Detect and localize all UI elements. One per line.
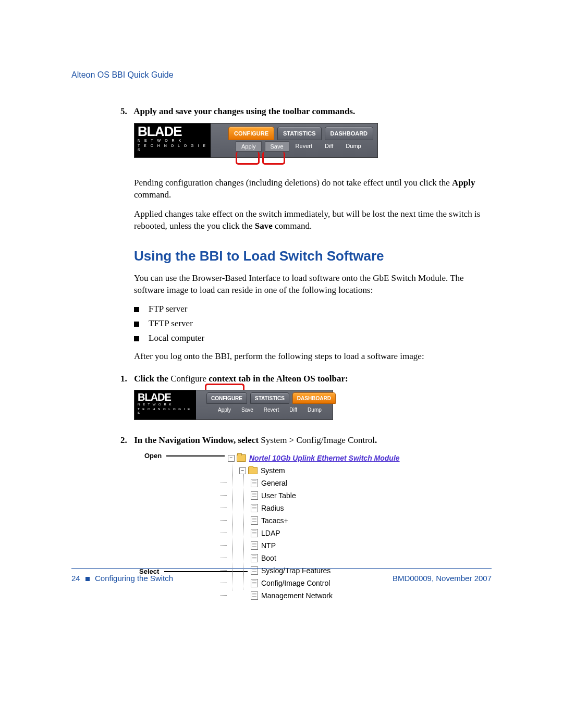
page-icon <box>251 529 258 537</box>
tree-system-label: System <box>261 466 285 475</box>
callout-open-line <box>166 455 225 456</box>
apply-button[interactable]: Apply <box>213 406 236 414</box>
step-5-heading: 5. Apply and save your changes using the… <box>134 106 492 118</box>
step-5-text: Apply and save your changes using the to… <box>133 106 355 116</box>
blade-logo-line3: T E C H N O L O G I E S <box>138 408 193 414</box>
blade-logo: BLADE N E T W O R K T E C H N O L O G I … <box>134 124 211 157</box>
callout-open-label: Open <box>144 452 162 460</box>
paragraph-intro: You can use the Browser-Based Interface … <box>134 273 492 297</box>
tree-item-user-table[interactable]: User Table <box>228 489 400 502</box>
alteon-toolbar-figure-2: BLADE N E T W O R K T E C H N O L O G I … <box>134 390 333 420</box>
tree-item-tacacs[interactable]: Tacacs+ <box>228 514 400 527</box>
list-item-ftp: FTP server <box>134 304 492 314</box>
footer-left: 24 Configuring the Switch <box>71 574 173 583</box>
tree-item-radius[interactable]: Radius <box>228 502 400 514</box>
paragraph-steps-intro: After you log onto the BBI, perform the … <box>134 351 492 363</box>
bullet-icon <box>134 322 139 327</box>
page-icon <box>251 491 258 500</box>
list-item-tftp: TFTP server <box>134 318 492 329</box>
step-2-number: 2. <box>120 435 132 447</box>
running-head: Alteon OS BBI Quick Guide <box>71 70 492 80</box>
page-icon <box>251 479 258 487</box>
blade-logo: BLADE N E T W O R K T E C H N O L O G I … <box>134 390 196 419</box>
step-2-heading: 2. In the Navigation Window, select Syst… <box>134 435 492 447</box>
list-item-local: Local computer <box>134 333 492 343</box>
diff-button[interactable]: Diff <box>284 406 302 414</box>
page-icon <box>251 554 258 562</box>
tab-statistics[interactable]: STATISTICS <box>277 127 322 140</box>
folder-icon <box>237 454 246 462</box>
tree-root[interactable]: − Nortel 10Gb Uplink Ethernet Switch Mod… <box>228 452 400 464</box>
paragraph-apply-note: Pending configuration changes (including… <box>134 177 492 201</box>
blade-logo-line2: N E T W O R K <box>138 403 193 406</box>
tree-item-ntp[interactable]: NTP <box>228 539 400 552</box>
collapse-icon[interactable]: − <box>239 467 246 474</box>
diff-button[interactable]: Diff <box>319 141 339 152</box>
page-icon <box>251 504 258 512</box>
blade-logo-line1: BLADE <box>138 126 207 138</box>
revert-button[interactable]: Revert <box>259 406 284 414</box>
step-1-number: 1. <box>120 373 132 385</box>
step-1-heading: 1. Click the Configure context tab in th… <box>134 373 492 385</box>
revert-button[interactable]: Revert <box>289 141 319 152</box>
tree-item-mgmt-network[interactable]: Management Network <box>228 589 400 602</box>
page-icon <box>251 541 258 550</box>
step-5-number: 5. <box>120 106 132 118</box>
dump-button[interactable]: Dump <box>339 141 367 152</box>
dump-button[interactable]: Dump <box>302 406 327 414</box>
blade-logo-line1: BLADE <box>138 392 193 402</box>
paragraph-save-note: Applied changes take effect on the switc… <box>134 208 492 232</box>
page-footer: 24 Configuring the Switch BMD00009, Nove… <box>71 568 492 583</box>
tab-dashboard[interactable]: DASHBOARD <box>325 127 374 140</box>
callout-save-highlight <box>262 152 285 165</box>
tab-configure[interactable]: CONFIGURE <box>228 127 274 140</box>
tree-item-ldap[interactable]: LDAP <box>228 527 400 539</box>
tab-statistics[interactable]: STATISTICS <box>250 392 289 404</box>
heading-load-switch-software: Using the BBI to Load Switch Software <box>134 248 492 264</box>
tab-configure[interactable]: CONFIGURE <box>206 392 247 404</box>
apply-button[interactable]: Apply <box>236 141 262 152</box>
callout-apply-highlight <box>236 152 260 165</box>
collapse-icon[interactable]: − <box>228 455 235 462</box>
page-icon <box>251 516 258 525</box>
footer-separator-icon <box>85 577 90 581</box>
bullet-icon <box>134 336 139 341</box>
tree-item-boot[interactable]: Boot <box>228 552 400 564</box>
blade-logo-line2: N E T W O R K <box>138 139 207 143</box>
save-button[interactable]: Save <box>265 141 289 152</box>
tree-system[interactable]: − System <box>228 464 400 477</box>
tree-root-label[interactable]: Nortel 10Gb Uplink Ethernet Switch Modul… <box>249 454 400 462</box>
tree-item-general[interactable]: General <box>228 477 400 489</box>
page-icon <box>251 591 258 600</box>
chapter-title: Configuring the Switch <box>95 574 173 583</box>
footer-right: BMD00009, November 2007 <box>393 574 492 583</box>
bullet-icon <box>134 307 139 312</box>
page-content: Alteon OS BBI Quick Guide 5. Apply and s… <box>71 70 492 598</box>
blade-logo-line3: T E C H N O L O G I E S <box>138 144 207 152</box>
save-button[interactable]: Save <box>236 406 259 414</box>
page-number: 24 <box>71 574 80 583</box>
locations-list: FTP server TFTP server Local computer <box>134 304 492 343</box>
folder-icon <box>248 467 258 474</box>
tab-dashboard[interactable]: DASHBOARD <box>292 392 336 404</box>
